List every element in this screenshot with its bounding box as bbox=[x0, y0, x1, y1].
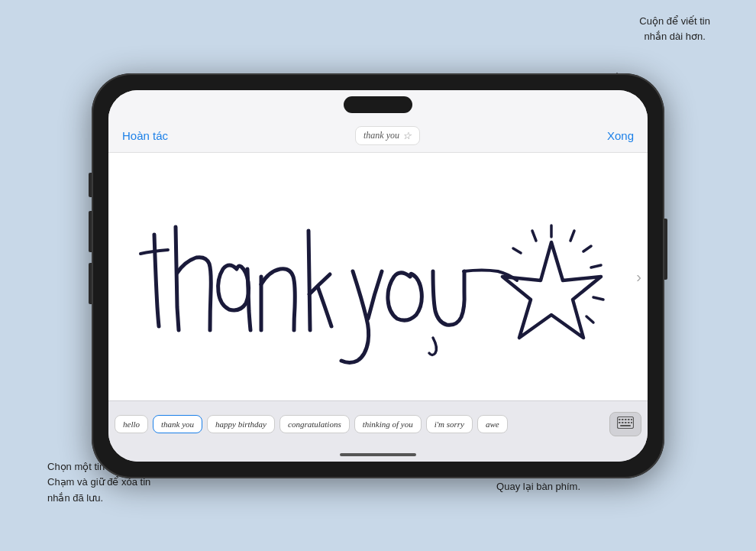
svg-rect-21 bbox=[631, 422, 632, 423]
preview-star-icon: ☆ bbox=[402, 130, 412, 141]
phone-frame: Hoàn tác thank you ☆ Xong bbox=[92, 73, 664, 478]
phrase-chip-happybirthday[interactable]: happy birthday bbox=[207, 415, 275, 433]
dynamic-island bbox=[344, 96, 412, 113]
svg-rect-13 bbox=[622, 419, 624, 420]
svg-line-10 bbox=[513, 248, 521, 253]
handwriting-canvas[interactable]: › bbox=[108, 153, 648, 400]
svg-rect-12 bbox=[619, 419, 621, 420]
home-bar bbox=[340, 453, 416, 456]
phrase-chips-bar: hello thank you happy birthday congratul… bbox=[108, 400, 648, 448]
keyboard-button[interactable] bbox=[609, 412, 641, 436]
preview-text: thank you bbox=[363, 130, 399, 141]
svg-rect-15 bbox=[628, 419, 630, 420]
svg-rect-19 bbox=[625, 422, 627, 423]
status-bar bbox=[108, 90, 648, 119]
phrase-chip-imsorry[interactable]: i'm sorry bbox=[426, 415, 473, 433]
scroll-right-chevron[interactable]: › bbox=[636, 267, 641, 285]
top-navigation-bar: Hoàn tác thank you ☆ Xong bbox=[108, 119, 648, 153]
done-button[interactable]: Xong bbox=[607, 129, 634, 142]
undo-button[interactable]: Hoàn tác bbox=[122, 129, 168, 142]
phrase-chip-awe[interactable]: awe bbox=[477, 415, 508, 433]
svg-line-9 bbox=[532, 231, 536, 241]
power-button bbox=[664, 219, 667, 280]
svg-rect-20 bbox=[628, 422, 630, 423]
volume-up-button bbox=[89, 211, 92, 252]
svg-rect-17 bbox=[619, 422, 621, 423]
handwriting-svg bbox=[108, 153, 648, 400]
phrase-chip-thinkingofyou[interactable]: thinking of you bbox=[354, 415, 422, 433]
svg-line-6 bbox=[591, 265, 601, 267]
annotation-bottom-right: Quay lại bàn phím. bbox=[496, 479, 580, 494]
svg-rect-14 bbox=[625, 419, 627, 420]
svg-rect-18 bbox=[622, 422, 624, 423]
home-indicator bbox=[108, 448, 648, 462]
phrase-chip-hello[interactable]: hello bbox=[115, 415, 148, 433]
svg-rect-16 bbox=[631, 419, 632, 420]
keyboard-icon bbox=[617, 416, 634, 429]
volume-down-button bbox=[89, 263, 92, 304]
svg-line-8 bbox=[586, 316, 593, 322]
svg-line-5 bbox=[583, 246, 591, 251]
phone-screen: Hoàn tác thank you ☆ Xong bbox=[108, 90, 648, 462]
svg-line-4 bbox=[570, 231, 574, 241]
phrase-chip-thankyou[interactable]: thank you bbox=[153, 415, 202, 433]
scene: Cuộn để viết tin nhắn dài hơn. Chọn một … bbox=[0, 0, 756, 551]
svg-line-7 bbox=[593, 297, 603, 300]
svg-rect-22 bbox=[620, 425, 631, 426]
volume-silent-button bbox=[89, 173, 92, 197]
annotation-top-right: Cuộn để viết tin nhắn dài hơn. bbox=[639, 14, 710, 44]
preview-area: thank you ☆ bbox=[355, 126, 420, 145]
preview-chip: thank you ☆ bbox=[355, 126, 420, 145]
phrase-chip-congratulations[interactable]: congratulations bbox=[279, 415, 350, 433]
